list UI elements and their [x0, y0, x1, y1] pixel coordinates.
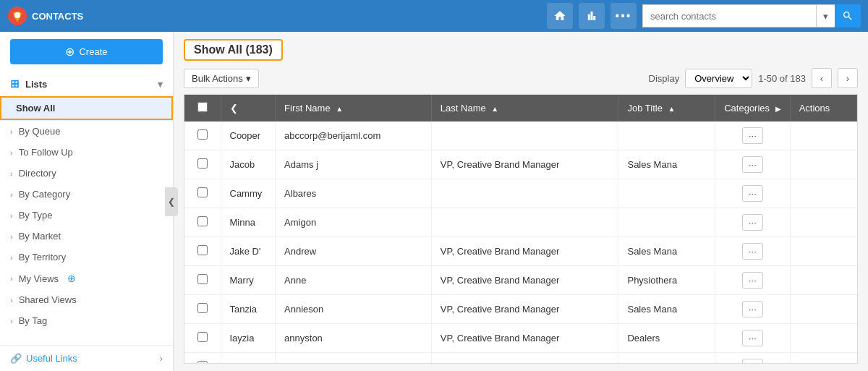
row-actions-cell: ···	[715, 150, 790, 179]
chevron-right-icon: ›	[160, 353, 163, 364]
row-actions-btn[interactable]: ···	[742, 330, 763, 346]
row-actions-btn[interactable]: ···	[742, 185, 763, 202]
table-body: Cooper abccorp@berijaml.com ··· Jacob Ad…	[184, 121, 857, 364]
header-job-title[interactable]: Job Title ▲	[618, 95, 715, 121]
row-actions-btn[interactable]: ···	[742, 359, 763, 364]
select-all-checkbox[interactable]	[197, 102, 208, 112]
my-views-label: My Views	[19, 273, 59, 284]
search-submit-btn[interactable]	[835, 4, 861, 27]
sort-arrow-categories: ▶	[775, 105, 781, 113]
row-actions-btn[interactable]: ···	[742, 156, 763, 173]
svg-point-1	[14, 12, 20, 18]
row-actions-cell: ···	[715, 266, 790, 295]
create-button[interactable]: ⊕ Create	[10, 39, 163, 64]
row-checkbox-6[interactable]	[197, 303, 208, 313]
sidebar-item-by-category[interactable]: › By Category	[0, 184, 173, 205]
app-logo: CONTACTS	[7, 6, 83, 26]
shared-views-label: Shared Views	[19, 294, 77, 305]
top-nav: CONTACTS ••• ▾	[0, 0, 868, 32]
row-job-title: VP, Creative Brand Manager	[431, 353, 618, 364]
by-tag-label: By Tag	[19, 315, 48, 326]
header-first-name[interactable]: First Name ▲	[276, 95, 432, 121]
row-last-name: Adams j	[276, 150, 432, 179]
row-first-name: Tanzia	[221, 295, 276, 324]
search-dropdown-btn[interactable]: ▾	[816, 4, 835, 27]
row-last-name: Albares	[276, 179, 432, 208]
row-checkbox-7[interactable]	[197, 332, 208, 342]
row-actions-btn[interactable]: ···	[742, 243, 763, 260]
sidebar-item-by-territory[interactable]: › By Territory	[0, 247, 173, 268]
row-categories: Sales Mana	[618, 150, 715, 179]
row-job-title: VP, Creative Brand Manager	[431, 295, 618, 324]
row-categories	[618, 121, 715, 150]
bulk-actions-button[interactable]: Bulk Actions ▾	[184, 69, 259, 88]
chevron-icon: ›	[10, 211, 13, 220]
sidebar-item-by-type[interactable]: › By Type	[0, 205, 173, 226]
search-input[interactable]	[642, 4, 816, 27]
sidebar-item-directory[interactable]: › Directory	[0, 163, 173, 184]
chevron-icon: ›	[10, 274, 13, 283]
more-icon-btn[interactable]: •••	[610, 3, 637, 29]
sidebar-item-shared-views[interactable]: › Shared Views	[0, 289, 173, 310]
contacts-table-container: ❮ First Name ▲ Last Name ▲ Job Title ▲ C…	[184, 94, 858, 364]
row-actions-btn[interactable]: ···	[742, 301, 763, 317]
row-checkbox-3[interactable]	[197, 216, 208, 226]
main-layout: ⊕ Create ⊞ Lists ▾ Show All › By Queue ›…	[0, 32, 868, 371]
row-categories: Sales Mana	[618, 237, 715, 266]
table-row: Cammy Albares ···	[184, 179, 857, 208]
home-icon-btn[interactable]	[547, 3, 573, 29]
lists-header[interactable]: ⊞ Lists ▾	[0, 72, 173, 96]
row-checkbox-2[interactable]	[197, 187, 208, 197]
row-first-name: Cammy	[221, 179, 276, 208]
sidebar-item-my-views[interactable]: › My Views ⊕	[0, 268, 173, 289]
header-categories[interactable]: Categories ▶	[715, 95, 790, 121]
row-categories	[618, 179, 715, 208]
sidebar-item-show-all[interactable]: Show All	[0, 96, 173, 120]
add-view-icon[interactable]: ⊕	[67, 273, 76, 284]
row-categories: Dealers	[618, 353, 715, 364]
sidebar: ⊕ Create ⊞ Lists ▾ Show All › By Queue ›…	[0, 32, 174, 371]
header-last-name[interactable]: Last Name ▲	[431, 95, 618, 121]
next-page-btn[interactable]: ›	[838, 68, 858, 88]
header-checkbox	[184, 95, 221, 121]
row-actions-btn[interactable]: ···	[742, 272, 763, 289]
search-wrapper: ▾	[642, 4, 861, 27]
row-actions-btn[interactable]: ···	[742, 127, 763, 144]
row-job-title: VP, Creative Brand Manager	[431, 150, 618, 179]
row-actions-btn[interactable]: ···	[742, 214, 763, 231]
grid-icon: ⊞	[10, 77, 20, 90]
row-first-name: Cooper	[221, 121, 276, 150]
chart-icon-btn[interactable]	[579, 3, 605, 29]
sidebar-item-by-tag[interactable]: › By Tag	[0, 310, 173, 331]
useful-links[interactable]: 🔗 Useful Links ›	[0, 345, 173, 371]
row-checkbox-5[interactable]	[197, 274, 208, 284]
more-dots: •••	[616, 9, 632, 22]
row-checkbox-cell	[184, 324, 221, 353]
table-row: Iayzia annyston VP, Creative Brand Manag…	[184, 324, 857, 353]
row-categories: Physiothera	[618, 266, 715, 295]
row-checkbox-1[interactable]	[197, 158, 208, 169]
table-header: ❮ First Name ▲ Last Name ▲ Job Title ▲ C…	[184, 95, 857, 121]
display-select[interactable]: Overview Detail Compact	[685, 69, 752, 88]
sidebar-item-by-queue[interactable]: › By Queue	[0, 121, 173, 142]
collapse-sidebar-btn[interactable]: ❮	[165, 187, 178, 216]
row-categories: Dealers	[618, 324, 715, 353]
row-checkbox-cell	[184, 295, 221, 324]
row-checkbox-4[interactable]	[197, 245, 208, 255]
bulk-actions-label: Bulk Actions	[192, 73, 243, 84]
header-actions: Actions	[790, 95, 856, 121]
sidebar-item-to-follow-up[interactable]: › To Follow Up	[0, 142, 173, 163]
show-all-badge: Show All (183)	[184, 39, 283, 61]
table-row: Tanzia Annieson VP, Creative Brand Manag…	[184, 295, 857, 324]
table-row: Jacob Adams j VP, Creative Brand Manager…	[184, 150, 857, 179]
row-checkbox-8[interactable]	[197, 361, 208, 364]
prev-page-btn[interactable]: ‹	[812, 68, 832, 88]
sort-arrow-last-name: ▲	[491, 105, 498, 113]
show-all-label: Show All	[16, 103, 55, 114]
contacts-table: ❮ First Name ▲ Last Name ▲ Job Title ▲ C…	[184, 95, 857, 364]
by-category-label: By Category	[19, 189, 71, 200]
sidebar-item-by-market[interactable]: › By Market	[0, 226, 173, 247]
header-collapse[interactable]: ❮	[221, 95, 276, 121]
row-checkbox-0[interactable]	[197, 129, 208, 140]
chevron-icon: ›	[10, 232, 13, 241]
